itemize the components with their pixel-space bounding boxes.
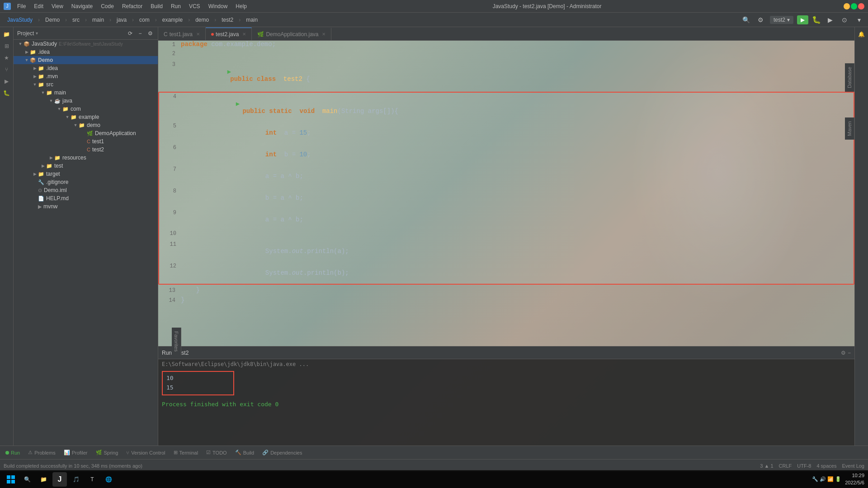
menu-edit[interactable]: Edit: [30, 2, 47, 10]
tab-test2-close[interactable]: ✕: [242, 32, 246, 37]
tree-demo-pkg[interactable]: ▼ 📁 demo: [14, 121, 158, 129]
bottom-tab-build[interactable]: 🔨 Build: [231, 449, 258, 456]
project-settings-button[interactable]: ⚙: [146, 29, 154, 38]
tree-resources[interactable]: ▶ 📁 resources: [14, 154, 158, 162]
tree-target[interactable]: ▶ 📁 target: [14, 170, 158, 178]
tree-src[interactable]: ▼ 📁 src: [14, 80, 158, 89]
code-editor-content[interactable]: 1 package com.example.demo; 2 3 ▶ public…: [158, 41, 854, 346]
maximize-button[interactable]: [851, 3, 857, 9]
maven-tab[interactable]: Maven: [845, 117, 854, 140]
tree-test2[interactable]: C test2: [14, 145, 158, 154]
menu-view[interactable]: View: [48, 2, 67, 10]
notifications-icon[interactable]: 🔔: [856, 29, 867, 40]
breadcrumb-javastudy[interactable]: JavaStudy: [4, 15, 36, 24]
profiler-run-button[interactable]: ⊙: [839, 14, 850, 25]
tree-mvn[interactable]: ▶ 📁 .mvn: [14, 72, 158, 80]
charset[interactable]: UTF-8: [797, 463, 811, 469]
menu-navigate[interactable]: Navigate: [68, 2, 96, 10]
bottom-tab-dependencies[interactable]: 🔗 Dependencies: [259, 449, 306, 456]
tree-example[interactable]: ▼ 📁 example: [14, 113, 158, 121]
breadcrumb-demo[interactable]: Demo: [42, 15, 63, 24]
run-button[interactable]: ▶: [797, 15, 808, 24]
breadcrumb-demo2[interactable]: demo: [192, 15, 212, 24]
bottom-tab-run[interactable]: Run: [2, 449, 24, 456]
project-icon[interactable]: 📁: [1, 29, 12, 40]
minimize-button[interactable]: [844, 3, 850, 9]
tree-idea[interactable]: ▶ 📁 .idea: [14, 48, 158, 56]
tab-test1-close[interactable]: ✕: [196, 32, 200, 37]
tree-gitignore[interactable]: 🔧 .gitignore: [14, 178, 158, 186]
bottom-tab-problems[interactable]: ⚠ Problems: [24, 449, 59, 456]
breadcrumb-test2[interactable]: test2: [218, 15, 237, 24]
structure-icon[interactable]: ⊞: [1, 41, 12, 52]
project-sync-button[interactable]: ⟳: [126, 29, 134, 38]
code-editor[interactable]: 1 package com.example.demo; 2 3 ▶ public…: [158, 41, 854, 346]
taskbar-intellij[interactable]: J: [52, 472, 67, 487]
tree-test1[interactable]: C test1: [14, 137, 158, 145]
menu-run[interactable]: Run: [167, 2, 184, 10]
run-settings-icon[interactable]: ⚙: [841, 350, 846, 356]
menu-file[interactable]: File: [14, 2, 29, 10]
deps-icon: 🔗: [262, 450, 269, 455]
bookmark-icon[interactable]: ★: [1, 52, 12, 63]
event-log-link[interactable]: Event Log: [842, 463, 864, 469]
taskbar-search[interactable]: 🔍: [20, 472, 34, 487]
tab-demo-app[interactable]: 🌿 DemoApplication.java ✕: [252, 28, 331, 40]
bottom-tab-vcs[interactable]: ⑂ Version Control: [123, 449, 169, 456]
favorites-tab[interactable]: Favorites: [172, 328, 181, 355]
project-collapse-button[interactable]: −: [136, 29, 144, 38]
database-tab[interactable]: Database: [845, 63, 854, 92]
bottom-tab-spring[interactable]: 🌿 Spring: [92, 449, 122, 456]
git-icon[interactable]: ⑂: [1, 64, 12, 75]
tab-test1[interactable]: C test1.java ✕: [158, 28, 206, 40]
menu-refactor[interactable]: Refactor: [118, 2, 146, 10]
taskbar-text[interactable]: T: [85, 472, 99, 487]
run-minimize-icon[interactable]: −: [848, 350, 851, 356]
bottom-tab-profiler[interactable]: 📊 Profiler: [60, 449, 91, 456]
tree-mvnw[interactable]: ▶ mvnw: [14, 202, 158, 211]
breadcrumb-main2[interactable]: main: [242, 15, 261, 24]
taskbar-vlc[interactable]: 🎵: [69, 472, 83, 487]
bottom-tab-todo[interactable]: ☑ TODO: [203, 449, 231, 456]
line-ending[interactable]: CRLF: [779, 463, 792, 469]
breadcrumb-src[interactable]: src: [69, 15, 83, 24]
tree-iml[interactable]: ⊙ Demo.iml: [14, 186, 158, 194]
close-button[interactable]: [858, 3, 864, 9]
project-tree: ▼ 📦 JavaStudy E:\File\Software_test\Java…: [14, 40, 158, 446]
tree-com[interactable]: ▼ 📁 com: [14, 105, 158, 113]
breadcrumb-example[interactable]: example: [159, 15, 186, 24]
tab-test2[interactable]: test2.java ✕: [206, 28, 252, 40]
taskbar-files[interactable]: 📁: [36, 472, 51, 487]
tree-helpmd[interactable]: 📄 HELP.md: [14, 194, 158, 202]
breadcrumb-com[interactable]: com: [136, 15, 153, 24]
breadcrumb-java[interactable]: java: [113, 15, 130, 24]
tree-java[interactable]: ▼ ☕ java: [14, 97, 158, 105]
bottom-tab-run-label: Run: [11, 450, 20, 455]
menu-code[interactable]: Code: [97, 2, 118, 10]
run-panel-header: Run: test2 ⚙ −: [158, 347, 854, 359]
tree-main[interactable]: ▼ 📁 main: [14, 89, 158, 97]
menu-vcs[interactable]: VCS: [185, 2, 204, 10]
start-button[interactable]: [4, 472, 18, 487]
tree-demo-app[interactable]: 🌿 DemoApplication: [14, 129, 158, 137]
debug-side-icon[interactable]: 🐛: [1, 88, 12, 99]
more-run-button[interactable]: ▾: [854, 14, 864, 25]
run-config-selector[interactable]: test2 ▾: [770, 16, 793, 24]
settings-button[interactable]: ⚙: [755, 14, 766, 25]
indent-setting[interactable]: 4 spaces: [816, 463, 836, 469]
run-icon[interactable]: ▶: [1, 76, 12, 87]
tab-demo-close[interactable]: ✕: [322, 32, 326, 37]
search-button[interactable]: 🔍: [741, 14, 752, 25]
menu-window[interactable]: Window: [205, 2, 231, 10]
coverage-button[interactable]: ▶: [825, 14, 835, 25]
tree-test[interactable]: ▶ 📁 test: [14, 162, 158, 170]
bottom-tab-terminal[interactable]: ⊞ Terminal: [170, 449, 202, 456]
menu-help[interactable]: Help: [232, 2, 250, 10]
debug-button[interactable]: 🐛: [812, 15, 821, 24]
menu-build[interactable]: Build: [147, 2, 166, 10]
taskbar-edge[interactable]: 🌐: [101, 472, 116, 487]
breadcrumb-main[interactable]: main: [89, 15, 108, 24]
tree-demo[interactable]: ▼ 📦 Demo: [14, 56, 158, 64]
tree-demo-idea[interactable]: ▶ 📁 .idea: [14, 64, 158, 72]
tree-root[interactable]: ▼ 📦 JavaStudy E:\File\Software_test\Java…: [14, 40, 158, 48]
